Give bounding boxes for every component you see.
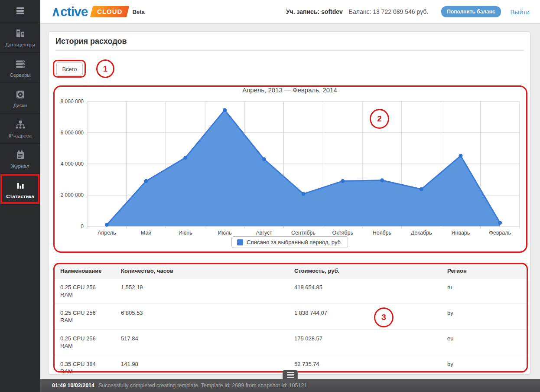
svg-text:Ноябрь: Ноябрь <box>373 230 391 236</box>
app-root: Дата-центры Серверы Диски <box>0 0 540 392</box>
legend-label: Списано за выбранный период, руб. <box>247 239 342 245</box>
sidebar-item-label: Журнал <box>11 163 29 169</box>
top-bar: ∧ctive CLOUD Beta Уч. запись: softdev Ба… <box>40 0 540 24</box>
cell-region: ru <box>441 278 528 304</box>
column-header-name: Наименование <box>54 264 115 278</box>
cell-cost: 419 654.85 <box>288 278 441 304</box>
balance-label: Баланс: 13 722 089 546 руб. <box>349 8 428 15</box>
status-timestamp: 01:49 10/02/2014 <box>52 382 94 389</box>
chart-legend-box: Списано за выбранный период, руб. <box>231 236 348 248</box>
sidebar-item-label: Дата-центры <box>5 42 35 47</box>
svg-text:Август: Август <box>256 230 272 236</box>
cell-quantity: 1 552.19 <box>115 278 288 304</box>
column-header-quantity: Количество, часов <box>115 264 288 278</box>
cell-quantity: 6 805.53 <box>115 304 288 330</box>
legend-swatch-icon <box>237 239 243 245</box>
expense-table: Наименование Количество, часов Стоимость… <box>54 263 528 375</box>
title-divider <box>55 50 524 51</box>
expense-chart-svg: 02 000 0004 000 0006 000 0008 000 000Апр… <box>55 86 527 242</box>
cell-name: 0.35 CPU 384 RAM <box>54 355 115 375</box>
total-filter-button[interactable]: Всего <box>56 62 83 75</box>
cell-cost: 175 028.57 <box>288 330 441 355</box>
ip-addresses-icon <box>15 119 26 131</box>
sidebar-item-disks[interactable]: Диски <box>0 83 40 114</box>
logo-cloud-badge: CLOUD <box>90 6 130 17</box>
table-header-row: Наименование Количество, часов Стоимость… <box>54 264 528 278</box>
svg-text:Июнь: Июнь <box>179 230 192 236</box>
disks-icon <box>15 89 26 100</box>
table-row: 0.25 CPU 256 RAM 6 805.53 1 838 744.07 b… <box>54 304 528 330</box>
sidebar-item-journal[interactable]: Журнал <box>0 144 40 174</box>
svg-text:6 000 000: 6 000 000 <box>61 130 84 136</box>
journal-icon <box>15 150 26 161</box>
sidebar-item-ip-addresses[interactable]: IP-адреса <box>0 114 40 144</box>
statistics-icon <box>15 180 26 191</box>
hamburger-icon <box>16 7 24 16</box>
column-header-region: Регион <box>441 264 528 278</box>
topup-balance-button[interactable]: Пополнить баланс <box>441 6 501 17</box>
cell-region: eu <box>441 330 528 355</box>
cell-name: 0.25 CPU 256 RAM <box>54 304 115 330</box>
table-row: 0.25 CPU 256 RAM 517.84 175 028.57 eu <box>54 330 528 355</box>
datacenters-icon <box>15 28 26 39</box>
statusbar-pull-handle[interactable] <box>283 370 298 379</box>
sidebar-item-label: Серверы <box>10 72 30 78</box>
svg-text:Январь: Январь <box>451 230 470 236</box>
top-bar-right: Уч. запись: softdev Баланс: 13 722 089 5… <box>286 6 530 17</box>
svg-text:Февраль: Февраль <box>489 230 511 236</box>
logo-text: ∧ctive <box>51 5 88 18</box>
cell-cost: 52 735.74 <box>288 355 441 375</box>
sidebar-item-label: IP-адреса <box>9 133 32 138</box>
column-header-cost: Стоимость, руб. <box>288 264 441 278</box>
cell-region: by <box>441 304 528 330</box>
svg-text:Октябрь: Октябрь <box>332 230 353 236</box>
status-message: Successfully completed creating template… <box>98 382 307 389</box>
cell-name: 0.25 CPU 256 RAM <box>54 330 115 355</box>
status-bar: 01:49 10/02/2014 Successfully completed … <box>40 379 540 392</box>
svg-text:Июль: Июль <box>218 230 232 236</box>
svg-text:Май: Май <box>141 230 152 236</box>
svg-text:8 000 000: 8 000 000 <box>61 98 84 105</box>
svg-text:0: 0 <box>81 223 84 229</box>
cell-name: 0.25 CPU 256 RAM <box>54 278 115 304</box>
expense-history-card: История расходов Всего Апрель, 2013 — Фе… <box>48 31 530 375</box>
cell-cost: 1 838 744.07 <box>288 304 441 330</box>
sidebar-item-servers[interactable]: Серверы <box>0 53 40 83</box>
chart-title: Апрель, 2013 — Февраль, 2014 <box>49 86 530 94</box>
svg-text:Декабрь: Декабрь <box>411 230 432 236</box>
svg-text:Апрель: Апрель <box>98 230 116 236</box>
cell-region: by <box>441 355 528 375</box>
sidebar-item-datacenters[interactable]: Дата-центры <box>0 23 40 53</box>
svg-text:2 000 000: 2 000 000 <box>61 192 84 198</box>
sidebar-item-label: Статистика <box>6 194 34 199</box>
sidebar-item-statistics[interactable]: Статистика <box>0 174 40 205</box>
sidebar-item-label: Диски <box>13 103 27 108</box>
svg-text:4 000 000: 4 000 000 <box>61 161 84 167</box>
servers-icon <box>15 59 26 70</box>
sidebar: Дата-центры Серверы Диски <box>0 0 40 392</box>
cell-quantity: 141.98 <box>115 355 288 375</box>
account-label: Уч. запись: softdev <box>286 8 343 15</box>
svg-text:Сентябрь: Сентябрь <box>291 230 316 236</box>
chart-legend: Списано за выбранный период, руб. <box>49 236 530 248</box>
logo-beta-label: Beta <box>133 9 145 15</box>
sidebar-menu-toggle[interactable] <box>0 0 40 23</box>
cell-quantity: 517.84 <box>115 330 288 355</box>
page-title: История расходов <box>55 37 127 46</box>
logout-link[interactable]: Выйти <box>511 8 530 16</box>
brand-logo: ∧ctive CLOUD Beta <box>51 5 145 18</box>
table-row: 0.25 CPU 256 RAM 1 552.19 419 654.85 ru <box>54 278 528 304</box>
